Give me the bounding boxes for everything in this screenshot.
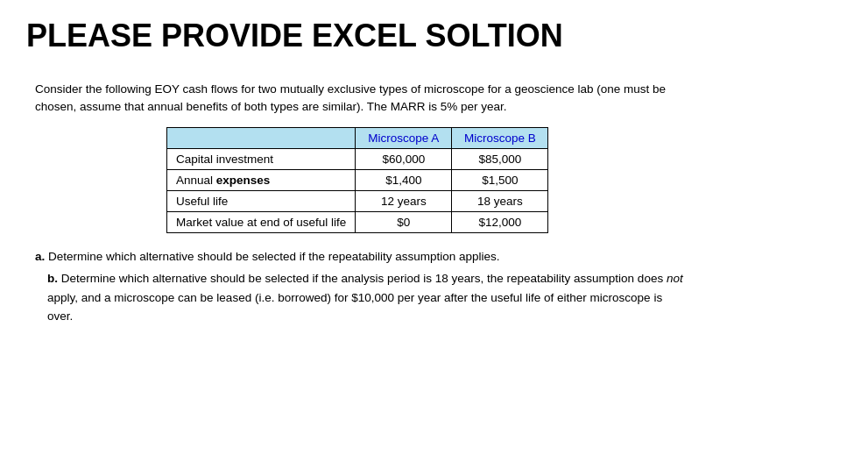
row-b-market-value: $12,000 xyxy=(452,211,548,232)
intro-line1: Consider the following EOY cash flows fo… xyxy=(35,82,666,96)
table-header-row: Microscope A Microscope B xyxy=(167,127,548,148)
question-b-text1: Determine which alternative should be se… xyxy=(61,272,667,285)
row-a-market-value: $0 xyxy=(356,211,452,232)
page-title: PLEASE PROVIDE EXCEL SOLTION xyxy=(26,18,842,54)
question-b-text2: apply, and a microscope can be leased (i… xyxy=(47,291,662,323)
question-a-bold: a. xyxy=(35,250,45,263)
row-label-useful-life: Useful life xyxy=(167,190,356,211)
row-label-market-value: Market value at end of useful life xyxy=(167,211,356,232)
table-row: Useful life 12 years 18 years xyxy=(167,190,548,211)
table-row: Market value at end of useful life $0 $1… xyxy=(167,211,548,232)
question-b-bold: b. xyxy=(47,272,58,285)
table-row: Capital investment $60,000 $85,000 xyxy=(167,148,548,169)
header-microscope-b: Microscope B xyxy=(452,127,548,148)
header-label xyxy=(167,127,356,148)
row-a-expenses: $1,400 xyxy=(356,169,452,190)
question-b: b. Determine which alternative should be… xyxy=(47,269,806,326)
intro-text: Consider the following EOY cash flows fo… xyxy=(35,81,806,117)
question-a-text: Determine which alternative should be se… xyxy=(48,250,500,263)
intro-line2: chosen, assume that annual benefits of b… xyxy=(35,100,507,113)
question-b-italic: not xyxy=(667,272,683,285)
header-microscope-a: Microscope A xyxy=(356,127,452,148)
row-b-capital: $85,000 xyxy=(452,148,548,169)
question-a: a. Determine which alternative should be… xyxy=(35,247,806,267)
row-label-expenses: Annual expenses xyxy=(167,169,356,190)
row-a-capital: $60,000 xyxy=(356,148,452,169)
questions-section: a. Determine which alternative should be… xyxy=(35,247,806,326)
row-label-capital: Capital investment xyxy=(167,148,356,169)
content-area: Consider the following EOY cash flows fo… xyxy=(35,81,842,326)
table-row: Annual expenses $1,400 $1,500 xyxy=(167,169,548,190)
microscope-table: Microscope A Microscope B Capital invest… xyxy=(166,127,548,233)
row-b-expenses: $1,500 xyxy=(452,169,548,190)
row-b-useful-life: 18 years xyxy=(452,190,548,211)
row-a-useful-life: 12 years xyxy=(356,190,452,211)
data-table-wrapper: Microscope A Microscope B Capital invest… xyxy=(166,127,842,233)
